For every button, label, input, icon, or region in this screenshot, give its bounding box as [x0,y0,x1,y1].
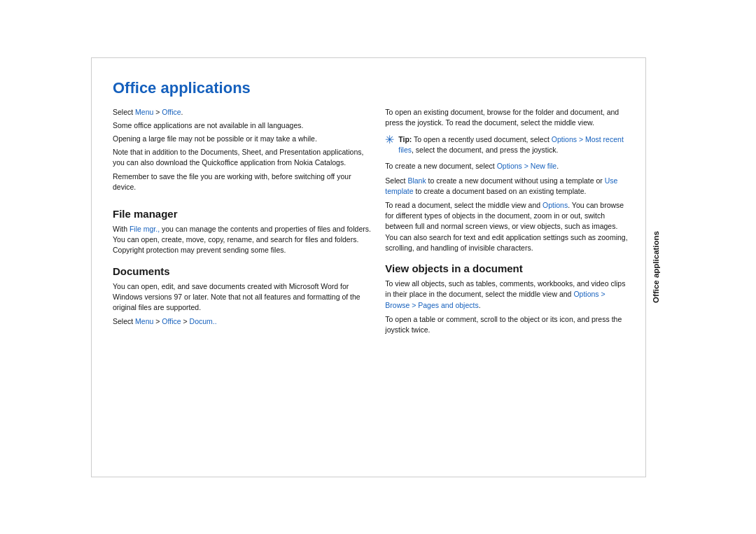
blank-text: Select Blank to create a new document wi… [385,176,631,197]
browse-pages-link[interactable]: Browse > Pages and objects [385,301,478,309]
documents-section: Documents You can open, edit, and save d… [113,260,371,331]
read-doc-text: To read a document, select the middle vi… [385,200,631,253]
documents-text1: You can open, edit, and save documents c… [113,281,371,314]
tip-box: ✳ Tip: To open a recently used document,… [385,134,631,155]
intro-line3: Opening a large file may not be possible… [113,134,371,144]
view-objects-heading: View objects in a document [385,262,631,274]
intro-line2: Some office applications are not availab… [113,120,371,131]
sidebar-label: Office applications [645,57,665,477]
options-link[interactable]: Options [542,201,568,209]
options-new-file-link[interactable]: Options > New file [497,162,557,170]
documents-heading: Documents [113,265,371,277]
open-doc-text: To open an existing document, browse for… [385,107,631,128]
tip-icon: ✳ [385,133,394,146]
main-content: Office applications Select Menu > Office… [91,57,645,477]
intro-section: Select Menu > Office. Some office applic… [113,107,371,196]
page-wrapper: Office applications Select Menu > Office… [91,57,665,477]
two-col-layout: Select Menu > Office. Some office applic… [113,107,631,463]
file-manager-heading: File manager [113,208,371,220]
menu-link[interactable]: Menu [135,108,153,116]
view-objects-text1: To view all objects, such as tables, com… [385,279,631,311]
new-doc-text: To create a new document, select Options… [385,161,631,171]
file-mgr-link[interactable]: File mgr., [130,225,160,233]
docs-docum-link[interactable]: Docum.. [190,317,217,325]
right-column: To open an existing document, browse for… [385,107,631,463]
docs-menu-link[interactable]: Menu [135,317,153,325]
tip-text: Tip: To open a recently used document, s… [398,134,631,155]
file-manager-section: File manager With File mgr., you can man… [113,202,371,260]
options-recent-link[interactable]: Options > Most recent files [398,135,624,154]
intro-line4: Note that in addition to the Documents, … [113,147,371,168]
intro-line1: Select Menu > Office. [113,107,371,118]
blank-link[interactable]: Blank [407,176,426,185]
left-column: Select Menu > Office. Some office applic… [113,107,371,463]
documents-text2: Select Menu > Office > Docum.. [113,316,371,327]
office-link[interactable]: Office [162,108,181,116]
intro-line5: Remember to save the file you are workin… [113,171,371,192]
sidebar-label-text: Office applications [652,231,660,303]
docs-office-link[interactable]: Office [162,317,181,325]
file-manager-text: With File mgr., you can manage the conte… [113,224,371,256]
view-objects-text2: To open a table or comment, scroll to th… [385,314,631,335]
page-title: Office applications [113,79,631,97]
options-browse-link[interactable]: Options > [573,290,605,298]
